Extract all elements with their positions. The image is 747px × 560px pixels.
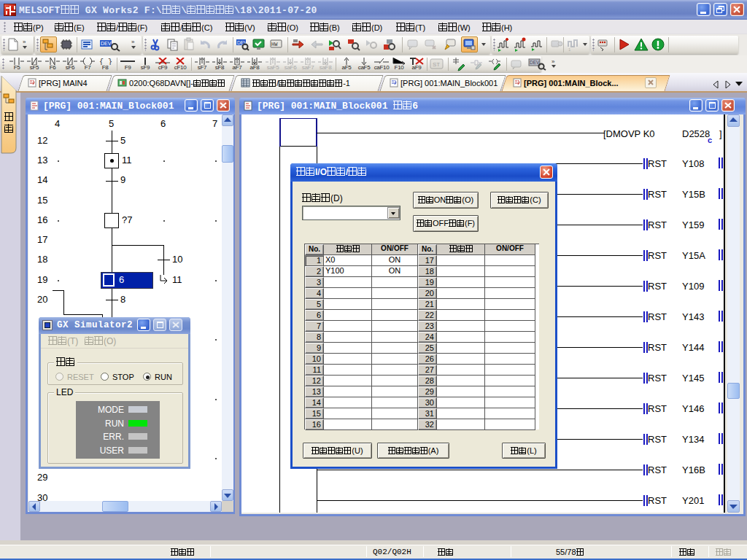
svg-text:DEV: DEV [530,60,540,65]
svg-text:ST: ST [433,61,440,68]
svg-text:1: 1 [568,47,571,52]
svg-text:HW: HW [271,42,278,47]
svg-text:DEV: DEV [101,41,112,46]
